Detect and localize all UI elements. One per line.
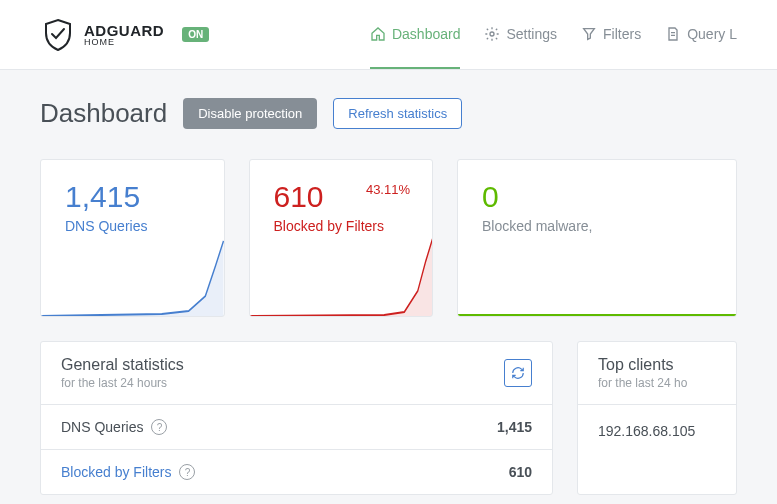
logo-main: ADGUARD — [84, 23, 164, 38]
client-row[interactable]: 192.168.68.105 — [578, 405, 736, 457]
panels-row: General statistics for the last 24 hours… — [40, 341, 737, 495]
container: Dashboard Disable protection Refresh sta… — [0, 70, 777, 504]
help-icon[interactable]: ? — [151, 419, 167, 435]
blocked-label: Blocked by Filters — [274, 218, 409, 234]
help-icon[interactable]: ? — [179, 464, 195, 480]
nav-filters[interactable]: Filters — [581, 0, 641, 69]
nav-querylog-label: Query L — [687, 26, 737, 42]
row-value-blocked: 610 — [509, 464, 532, 480]
malware-sparkline — [458, 236, 736, 316]
blocked-filters-card[interactable]: 43.11% 610 Blocked by Filters — [249, 159, 434, 317]
header: ADGUARD HOME ON Dashboard Settings Filte… — [0, 0, 777, 70]
malware-value: 0 — [482, 180, 712, 214]
funnel-icon — [581, 26, 597, 42]
home-icon — [370, 26, 386, 42]
nav-filters-label: Filters — [603, 26, 641, 42]
top-clients-sub: for the last 24 ho — [598, 376, 687, 390]
adguard-shield-icon — [40, 17, 76, 53]
page-header: Dashboard Disable protection Refresh sta… — [40, 98, 737, 129]
dns-sparkline — [41, 236, 224, 316]
dns-queries-label: DNS Queries — [65, 218, 200, 234]
gear-icon — [484, 26, 500, 42]
general-stats-sub: for the last 24 hours — [61, 376, 184, 390]
refresh-statistics-button[interactable]: Refresh statistics — [333, 98, 462, 129]
top-clients-header: Top clients for the last 24 ho — [578, 342, 736, 405]
table-row: Blocked by Filters ? 610 — [41, 450, 552, 494]
logo[interactable]: ADGUARD HOME ON — [40, 17, 209, 53]
top-clients-title: Top clients — [598, 356, 687, 374]
page-title: Dashboard — [40, 98, 167, 129]
blocked-malware-card[interactable]: 0 Blocked malware, — [457, 159, 737, 317]
status-badge: ON — [182, 27, 209, 42]
nav-settings-label: Settings — [506, 26, 557, 42]
client-ip: 192.168.68.105 — [598, 423, 695, 439]
disable-protection-button[interactable]: Disable protection — [183, 98, 317, 129]
nav-dashboard[interactable]: Dashboard — [370, 0, 461, 69]
row-value-dns: 1,415 — [497, 419, 532, 435]
dns-queries-value: 1,415 — [65, 180, 200, 214]
refresh-icon — [511, 366, 525, 380]
stat-cards-row: 1,415 DNS Queries 43.11% 610 Blocked by … — [40, 159, 737, 317]
refresh-icon-button[interactable] — [504, 359, 532, 387]
nav-dashboard-label: Dashboard — [392, 26, 461, 42]
table-row: DNS Queries ? 1,415 — [41, 405, 552, 450]
top-clients-panel: Top clients for the last 24 ho 192.168.6… — [577, 341, 737, 495]
dns-queries-card[interactable]: 1,415 DNS Queries — [40, 159, 225, 317]
logo-sub: HOME — [84, 38, 164, 47]
document-icon — [665, 26, 681, 42]
svg-point-0 — [490, 32, 494, 36]
logo-text: ADGUARD HOME — [84, 23, 164, 47]
nav-querylog[interactable]: Query L — [665, 0, 737, 69]
nav-settings[interactable]: Settings — [484, 0, 557, 69]
general-statistics-panel: General statistics for the last 24 hours… — [40, 341, 553, 495]
row-label-dns: DNS Queries — [61, 419, 143, 435]
row-label-blocked[interactable]: Blocked by Filters — [61, 464, 171, 480]
blocked-pct: 43.11% — [366, 182, 410, 197]
malware-label: Blocked malware, — [482, 218, 712, 234]
main-nav: Dashboard Settings Filters Query L — [370, 0, 737, 69]
blocked-sparkline — [250, 236, 433, 316]
general-stats-header: General statistics for the last 24 hours — [41, 342, 552, 405]
general-stats-title: General statistics — [61, 356, 184, 374]
